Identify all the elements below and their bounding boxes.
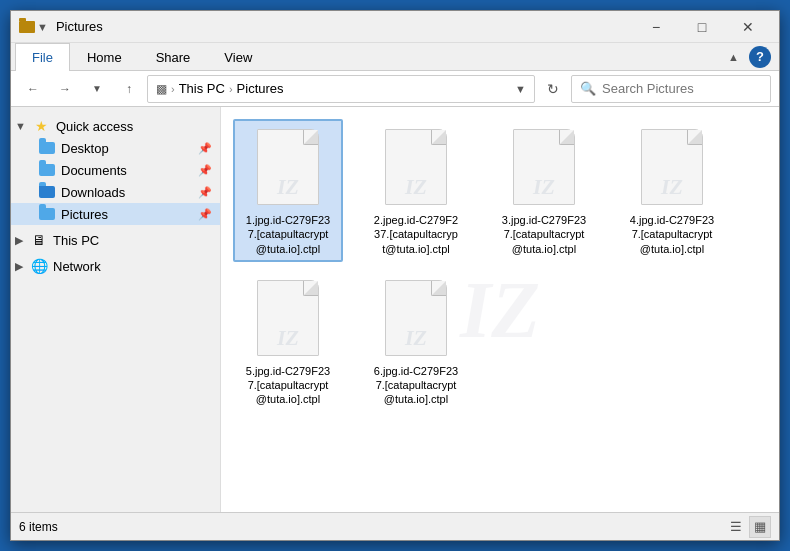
folder-icon-pictures [39,206,55,222]
ribbon-help: ▲ ? [722,46,779,68]
file-watermark-5: IZ [277,325,299,351]
sidebar-section-thispc[interactable]: ▶ 🖥 This PC [11,229,220,251]
file-item[interactable]: IZ 4.jpg.id-C279F237.[catapultacrypt@tut… [617,119,727,262]
file-item[interactable]: IZ 1.jpg.id-C279F237.[catapultacrypt@tut… [233,119,343,262]
file-watermark-2: IZ [405,174,427,200]
address-path[interactable]: ▩ › This PC › Pictures ▼ [147,75,535,103]
sidebar-label-pictures: Pictures [61,207,108,222]
file-name-5: 5.jpg.id-C279F237.[catapultacrypt@tuta.i… [246,364,330,407]
sidebar-label-desktop: Desktop [61,141,109,156]
help-button[interactable]: ? [749,46,771,68]
file-item[interactable]: IZ 6.jpg.id-C279F237.[catapultacrypt@tut… [361,270,471,413]
pin-icon-downloads: 📌 [198,186,212,199]
pin-icon-pictures: 📌 [198,208,212,221]
sidebar-label-downloads: Downloads [61,185,125,200]
path-separator-1: › [171,83,175,95]
file-name-6: 6.jpg.id-C279F237.[catapultacrypt@tuta.i… [374,364,458,407]
file-icon-4: IZ [637,129,707,209]
tab-share[interactable]: Share [139,43,208,71]
file-paper-5: IZ [257,280,319,356]
ribbon-expand-button[interactable]: ▲ [722,51,745,63]
search-icon: 🔍 [580,81,596,96]
folder-icon-documents [39,162,55,178]
sidebar-section-network[interactable]: ▶ 🌐 Network [11,255,220,277]
list-view-button[interactable]: ☰ [725,516,747,538]
file-icon-3: IZ [509,129,579,209]
file-watermark-3: IZ [533,174,555,200]
file-paper-1: IZ [257,129,319,205]
sidebar: ▼ ★ Quick access Desktop 📌 Documents 📌 [11,107,221,512]
file-item[interactable]: IZ 5.jpg.id-C279F237.[catapultacrypt@tut… [233,270,343,413]
sidebar-item-downloads[interactable]: Downloads 📌 [11,181,220,203]
sidebar-label-documents: Documents [61,163,127,178]
back-button[interactable]: ← [19,75,47,103]
window-controls: − □ ✕ [633,11,771,43]
large-icon-view-button[interactable]: ▦ [749,516,771,538]
explorer-window: ▼ Pictures − □ ✕ File Home Share View ▲ … [10,10,780,541]
view-controls: ☰ ▦ [725,516,771,538]
tab-view[interactable]: View [207,43,269,71]
path-crumb-pictures[interactable]: Pictures [237,81,284,96]
file-paper-6: IZ [385,280,447,356]
file-watermark-1: IZ [277,174,299,200]
file-grid: IZ 1.jpg.id-C279F237.[catapultacrypt@tut… [229,115,771,417]
close-button[interactable]: ✕ [725,11,771,43]
network-icon: 🌐 [31,258,47,274]
tab-file[interactable]: File [15,43,70,71]
ribbon-tabs-row: File Home Share View ▲ ? [11,43,779,70]
search-input[interactable] [602,81,770,96]
sidebar-section-quickaccess[interactable]: ▼ ★ Quick access [11,115,220,137]
file-paper-4: IZ [641,129,703,205]
main-area: ▼ ★ Quick access Desktop 📌 Documents 📌 [11,107,779,512]
file-watermark-6: IZ [405,325,427,351]
file-item[interactable]: IZ 2.jpeg.id-C279F237.[catapultacrypt@tu… [361,119,471,262]
recent-locations-button[interactable]: ▼ [83,75,111,103]
title-bar-icon-group: ▼ [19,21,48,33]
sidebar-quickaccess-label: Quick access [56,119,133,134]
path-dropdown-arrow[interactable]: ▼ [515,83,526,95]
folder-icon-desktop [39,140,55,156]
refresh-button[interactable]: ↻ [539,75,567,103]
pin-icon-documents: 📌 [198,164,212,177]
sidebar-thispc-label: This PC [53,233,99,248]
up-button[interactable]: ↑ [115,75,143,103]
ribbon-tabs: File Home Share View [11,43,273,70]
file-paper-3: IZ [513,129,575,205]
file-icon-1: IZ [253,129,323,209]
file-icon-5: IZ [253,280,323,360]
item-count: 6 items [19,520,58,534]
minimize-button[interactable]: − [633,11,679,43]
status-bar: 6 items ☰ ▦ [11,512,779,540]
path-separator-2: › [229,83,233,95]
sidebar-item-documents[interactable]: Documents 📌 [11,159,220,181]
ribbon: File Home Share View ▲ ? [11,43,779,71]
search-box[interactable]: 🔍 [571,75,771,103]
sidebar-network-label: Network [53,259,101,274]
path-crumb-thispc[interactable]: This PC [179,81,225,96]
title-bar: ▼ Pictures − □ ✕ [11,11,779,43]
file-name-4: 4.jpg.id-C279F237.[catapultacrypt@tuta.i… [630,213,714,256]
file-name-2: 2.jpeg.id-C279F237.[catapultacrypt@tuta.… [374,213,458,256]
pin-icon-desktop: 📌 [198,142,212,155]
file-item[interactable]: IZ 3.jpg.id-C279F237.[catapultacrypt@tut… [489,119,599,262]
sidebar-item-desktop[interactable]: Desktop 📌 [11,137,220,159]
address-bar: ← → ▼ ↑ ▩ › This PC › Pictures ▼ ↻ 🔍 [11,71,779,107]
file-name-3: 3.jpg.id-C279F237.[catapultacrypt@tuta.i… [502,213,586,256]
file-icon-6: IZ [381,280,451,360]
file-area: IZ IZ 1.jpg.id-C279F237.[catapultacrypt@… [221,107,779,512]
file-icon-2: IZ [381,129,451,209]
folder-icon-downloads [39,184,55,200]
star-icon: ★ [34,118,50,134]
maximize-button[interactable]: □ [679,11,725,43]
tab-home[interactable]: Home [70,43,139,71]
forward-button[interactable]: → [51,75,79,103]
computer-icon: 🖥 [31,232,47,248]
sidebar-item-pictures[interactable]: Pictures 📌 [11,203,220,225]
window-title: Pictures [56,19,633,34]
file-name-1: 1.jpg.id-C279F237.[catapultacrypt@tuta.i… [246,213,330,256]
file-watermark-4: IZ [661,174,683,200]
file-paper-2: IZ [385,129,447,205]
